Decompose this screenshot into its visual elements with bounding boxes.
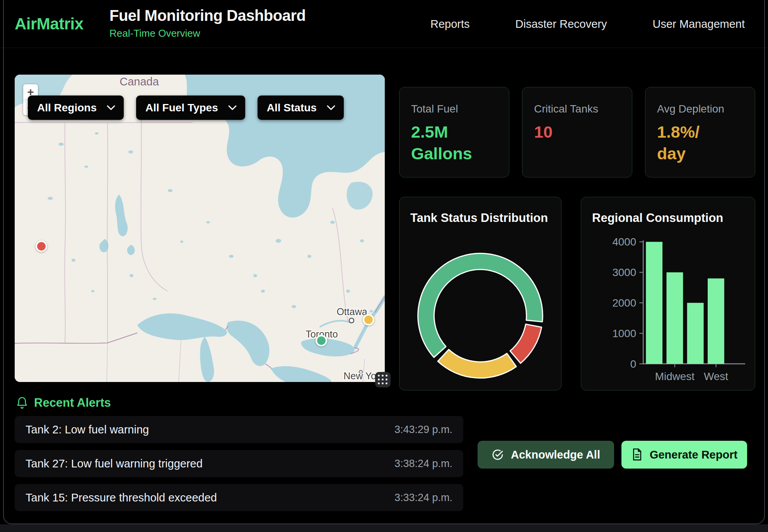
bar-region-3 <box>687 303 704 364</box>
resize-grip-icon[interactable] <box>375 372 391 387</box>
chevron-down-icon <box>228 105 237 110</box>
donut-segment-critical <box>510 324 541 363</box>
nav-item-reports[interactable]: Reports <box>430 18 470 31</box>
ottawa-city-dot <box>349 318 354 323</box>
x-tick-label: Midwest <box>655 370 695 382</box>
acknowledge-all-label: Acknowledge All <box>511 448 600 461</box>
alert-list: Tank 2: Low fuel warning3:43:29 p.m.Tank… <box>15 416 463 518</box>
filter-select-all-fuel-types[interactable]: All Fuel Types <box>136 95 245 120</box>
nav-item-disaster-recovery[interactable]: Disaster Recovery <box>515 18 607 31</box>
filter-select-all-status[interactable]: All Status <box>258 95 344 120</box>
bar-midwest <box>667 272 683 364</box>
title-block: Fuel Monitoring Dashboard Real-Time Over… <box>109 7 305 39</box>
stat-value: 2.5MGallons <box>411 121 497 165</box>
filter-select-label: All Status <box>267 102 317 114</box>
map-surface[interactable]: Canada Ottawa Toronto New York <box>15 75 385 382</box>
map-panel: Canada Ottawa Toronto New York + − All R… <box>15 75 385 382</box>
filter-select-all-regions[interactable]: All Regions <box>28 95 124 120</box>
app-header: AirMatrix Fuel Monitoring Dashboard Real… <box>0 0 768 48</box>
bar-region-1 <box>646 242 662 364</box>
alert-message: Tank 2: Low fuel warning <box>26 423 149 436</box>
y-tick-label: 3000 <box>612 266 636 278</box>
stat-label: Avg Depletion <box>657 103 743 115</box>
chevron-down-icon <box>327 105 335 110</box>
stat-card-total-fuel: Total Fuel2.5MGallons <box>399 87 509 177</box>
bottom-strip <box>0 524 768 532</box>
chevron-down-icon <box>107 105 115 110</box>
generate-report-label: Generate Report <box>650 448 737 461</box>
stat-label: Total Fuel <box>411 103 497 115</box>
map-label-ottawa: Ottawa <box>336 306 367 317</box>
alert-timestamp: 3:43:29 p.m. <box>394 424 452 436</box>
alert-timestamp: 3:33:24 p.m. <box>394 492 452 504</box>
stat-card-avg-depletion: Avg Depletion1.8%/day <box>645 87 755 177</box>
page-title: Fuel Monitoring Dashboard <box>109 7 305 24</box>
regional-consumption-card: Regional Consumption 01000200030004000Mi… <box>581 197 755 390</box>
alert-timestamp: 3:38:24 p.m. <box>394 458 452 470</box>
y-tick-label: 1000 <box>612 327 636 339</box>
stat-card-critical-tanks: Critical Tanks10 <box>522 87 632 177</box>
nav-item-user-management[interactable]: User Management <box>652 18 745 31</box>
alert-row[interactable]: Tank 27: Low fuel warning triggered3:38:… <box>15 450 463 477</box>
alert-row[interactable]: Tank 15: Pressure threshold exceeded3:33… <box>15 484 463 511</box>
donut-segment-warning <box>438 350 516 378</box>
acknowledge-all-button[interactable]: Acknowledge All <box>478 441 614 469</box>
alert-row[interactable]: Tank 2: Low fuel warning3:43:29 p.m. <box>15 416 463 443</box>
y-tick-label: 2000 <box>612 297 636 309</box>
map-marker-critical[interactable] <box>36 240 47 252</box>
filter-select-label: All Fuel Types <box>145 102 218 114</box>
alert-message: Tank 27: Low fuel warning triggered <box>26 457 203 470</box>
map-canvas: Canada Ottawa Toronto New York <box>15 75 385 382</box>
filter-select-label: All Regions <box>37 102 97 114</box>
stat-value: 1.8%/day <box>657 121 743 165</box>
alerts-header: Recent Alerts <box>16 396 111 410</box>
map-marker-normal[interactable] <box>316 335 327 346</box>
map-label-canada: Canada <box>119 75 159 88</box>
y-tick-label: 4000 <box>612 236 636 248</box>
generate-report-button[interactable]: Generate Report <box>621 441 747 469</box>
regional-consumption-bar-chart: 01000200030004000MidwestWest <box>581 197 755 390</box>
check-circle-icon <box>492 448 504 461</box>
brand-logo: AirMatrix <box>15 15 84 33</box>
x-tick-label: West <box>704 370 728 382</box>
map-marker-warning[interactable] <box>363 314 374 326</box>
bar-west <box>708 278 724 364</box>
stat-value: 10 <box>534 121 620 143</box>
map-filter-bar: All RegionsAll Fuel TypesAll Status <box>28 95 344 120</box>
document-icon <box>631 448 643 461</box>
alerts-title: Recent Alerts <box>34 396 111 410</box>
page-subtitle: Real-Time Overview <box>109 27 305 39</box>
stat-label: Critical Tanks <box>534 103 620 115</box>
tank-status-card: Tank Status Distribution <box>399 197 561 390</box>
bell-icon <box>16 396 28 409</box>
y-tick-label: 0 <box>630 358 637 370</box>
tank-status-donut-chart <box>399 197 561 390</box>
alert-message: Tank 15: Pressure threshold exceeded <box>26 491 217 504</box>
main-nav: ReportsDisaster RecoveryUser Management <box>430 0 745 48</box>
